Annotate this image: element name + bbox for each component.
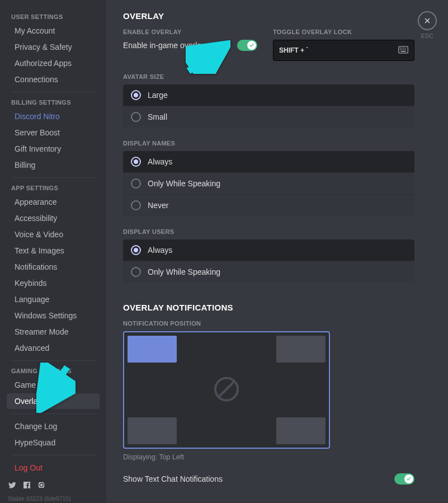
position-bottom-left[interactable] — [128, 417, 177, 444]
close-icon — [423, 16, 432, 25]
instagram-icon[interactable] — [37, 481, 46, 491]
sidebar-item-log-out[interactable]: Log Out — [7, 460, 100, 476]
text-chat-notif-toggle[interactable] — [394, 473, 414, 485]
content-pane: ESC OVERLAY ENABLE OVERLAY Enable in-gam… — [106, 0, 448, 503]
radio-icon — [131, 157, 141, 167]
sidebar-item-server-boost[interactable]: Server Boost — [7, 125, 100, 140]
sidebar-header: USER SETTINGS — [3, 11, 103, 22]
sidebar-item-hypesquad[interactable]: HypeSquad — [7, 435, 100, 450]
sidebar-item-windows-settings[interactable]: Windows Settings — [7, 308, 100, 323]
sidebar-item-gift-inventory[interactable]: Gift Inventory — [7, 141, 100, 157]
radio-label: Only While Speaking — [148, 267, 220, 276]
radio-icon — [131, 200, 141, 210]
sidebar-header: GAMING SETTINGS — [3, 365, 103, 377]
sidebar-item-notifications[interactable]: Notifications — [7, 259, 100, 275]
enable-overlay-text: Enable in-game overlay. — [123, 41, 207, 50]
close-button[interactable] — [418, 11, 437, 30]
display-names-option-only-while-speaking[interactable]: Only While Speaking — [123, 172, 414, 194]
notification-position-selector — [123, 331, 330, 449]
close-button-wrap: ESC — [418, 11, 437, 39]
display-users-option-always[interactable]: Always — [123, 239, 414, 261]
avatar-size-header: AVATAR SIZE — [123, 73, 414, 80]
page-title: OVERLAY — [123, 11, 414, 21]
twitter-icon[interactable] — [8, 481, 17, 491]
position-bottom-right[interactable] — [276, 417, 326, 444]
display-users-header: DISPLAY USERS — [123, 228, 414, 235]
sidebar-item-text-images[interactable]: Text & Images — [7, 243, 100, 258]
svg-rect-4 — [405, 48, 406, 49]
enable-overlay-header: ENABLE OVERLAY — [123, 29, 263, 35]
svg-rect-9 — [401, 51, 406, 52]
svg-line-11 — [219, 382, 234, 397]
display-names-option-never[interactable]: Never — [123, 194, 414, 216]
display-users-group: AlwaysOnly While Speaking — [123, 239, 414, 283]
radio-label: Never — [148, 201, 168, 210]
text-chat-notif-label: Show Text Chat Notifications — [123, 474, 223, 483]
avatar-size-option-large[interactable]: Large — [123, 84, 414, 106]
radio-label: Large — [148, 91, 168, 100]
display-names-header: DISPLAY NAMES — [123, 140, 414, 147]
radio-label: Always — [148, 157, 172, 166]
sidebar-item-advanced[interactable]: Advanced — [7, 340, 100, 356]
radio-label: Only While Speaking — [148, 179, 220, 188]
avatar-size-group: LargeSmall — [123, 84, 414, 128]
sidebar-item-accessibility[interactable]: Accessibility — [7, 210, 100, 226]
facebook-icon[interactable] — [22, 481, 31, 491]
version-info: Stable 83223 (6de9715) Host 1.0.9001 Win… — [8, 495, 98, 503]
display-names-group: AlwaysOnly While SpeakingNever — [123, 151, 414, 216]
social-links — [8, 481, 98, 491]
svg-rect-5 — [400, 49, 401, 50]
esc-label: ESC — [418, 32, 437, 39]
sidebar-item-my-account[interactable]: My Account — [7, 23, 100, 39]
keybind-value: SHIFT + ` — [279, 46, 308, 54]
sidebar-item-authorized-apps[interactable]: Authorized Apps — [7, 55, 100, 71]
toggle-lock-header: TOGGLE OVERLAY LOCK — [273, 29, 414, 35]
svg-rect-3 — [403, 48, 404, 49]
settings-sidebar: USER SETTINGSMy AccountPrivacy & SafetyA… — [0, 0, 106, 503]
radio-label: Small — [148, 112, 167, 121]
sidebar-item-streamer-mode[interactable]: Streamer Mode — [7, 324, 100, 340]
radio-icon — [131, 267, 141, 277]
sidebar-item-connections[interactable]: Connections — [7, 72, 100, 87]
svg-rect-1 — [400, 48, 401, 49]
display-users-option-only-while-speaking[interactable]: Only While Speaking — [123, 261, 414, 283]
notification-position-header: NOTIFICATION POSITION — [123, 320, 414, 327]
position-top-right[interactable] — [276, 336, 326, 363]
sidebar-item-game-activity[interactable]: Game Activity — [7, 377, 100, 393]
avatar-size-option-small[interactable]: Small — [123, 106, 414, 128]
radio-label: Always — [148, 246, 172, 255]
sidebar-header: APP SETTINGS — [3, 182, 103, 194]
sidebar-item-overlay[interactable]: Overlay — [7, 393, 100, 409]
position-top-left[interactable] — [128, 336, 177, 363]
enable-overlay-toggle[interactable] — [237, 40, 257, 51]
sidebar-item-privacy-safety[interactable]: Privacy & Safety — [7, 39, 100, 55]
check-icon — [406, 476, 412, 482]
sidebar-item-appearance[interactable]: Appearance — [7, 194, 100, 210]
radio-icon — [131, 245, 141, 255]
sidebar-item-voice-video[interactable]: Voice & Video — [7, 227, 100, 242]
svg-rect-6 — [402, 49, 403, 50]
radio-icon — [131, 90, 141, 100]
svg-rect-7 — [403, 49, 404, 50]
radio-icon — [131, 178, 141, 189]
svg-rect-8 — [405, 49, 406, 50]
sidebar-item-keybinds[interactable]: Keybinds — [7, 275, 100, 291]
display-names-option-always[interactable]: Always — [123, 151, 414, 172]
radio-icon — [131, 112, 141, 122]
sidebar-item-discord-nitro[interactable]: Discord Nitro — [7, 109, 100, 124]
keyboard-icon — [398, 46, 408, 55]
sidebar-item-billing[interactable]: Billing — [7, 157, 100, 173]
disable-position-icon[interactable] — [213, 376, 240, 405]
overlay-notifications-title: OVERLAY NOTIFICATIONS — [123, 303, 414, 312]
sidebar-item-change-log[interactable]: Change Log — [7, 419, 100, 434]
check-icon — [249, 43, 254, 48]
sidebar-item-language[interactable]: Language — [7, 292, 100, 307]
svg-rect-2 — [402, 48, 403, 49]
sidebar-header: BILLING SETTINGS — [3, 97, 103, 108]
keybind-input[interactable]: SHIFT + ` — [273, 40, 414, 61]
notification-position-display: Displaying: Top Left — [123, 453, 414, 461]
